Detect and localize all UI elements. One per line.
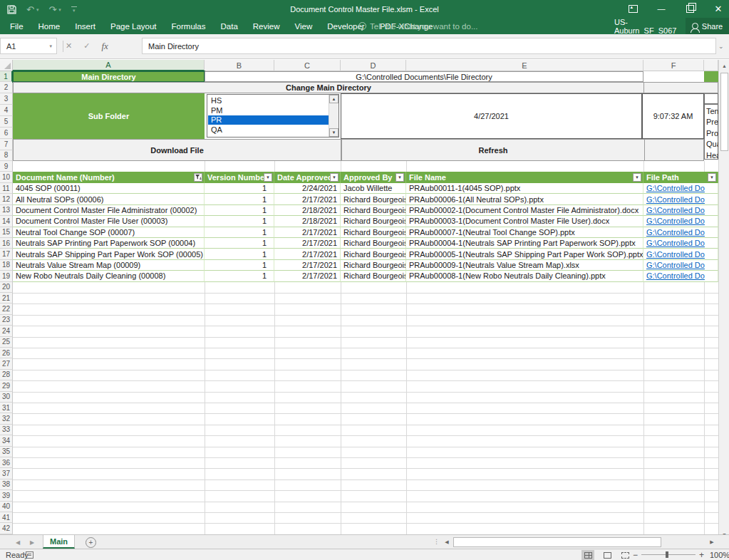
table-cell[interactable]: 1	[205, 205, 274, 216]
redo-icon[interactable]: ↷▾	[48, 5, 61, 14]
filter-dropdown-icon[interactable]: ▼	[264, 173, 272, 182]
ribbon-tab-home[interactable]: Home	[38, 22, 61, 31]
table-cell[interactable]: 2/17/2021	[274, 260, 341, 271]
refresh-button[interactable]: Refresh	[341, 139, 645, 161]
file-path-cell[interactable]: G:\Controlled Do	[643, 238, 718, 249]
file-path-cell[interactable]: G:\Controlled Do	[643, 205, 718, 216]
minimize-icon[interactable]: —	[656, 4, 666, 14]
table-cell[interactable]: Document Control Master File User (00003…	[13, 216, 205, 227]
sheet-tab-main[interactable]: Main	[43, 535, 75, 549]
save-icon[interactable]	[7, 5, 16, 14]
row-header-3[interactable]: 3	[0, 93, 13, 105]
table-header-date-approved[interactable]: Date Approved▼	[274, 172, 341, 183]
row-header-6[interactable]: 6	[0, 128, 13, 139]
change-main-directory-button[interactable]: Change Main Directory	[13, 82, 644, 93]
table-header-file-name[interactable]: File Name▼	[406, 172, 643, 183]
row-header-5[interactable]: 5	[0, 116, 13, 128]
file-path-cell[interactable]: G:\Controlled Do	[643, 227, 718, 238]
row-header-29[interactable]: 29	[0, 380, 13, 391]
zoom-slider-thumb[interactable]	[666, 551, 668, 558]
row-header-20[interactable]: 20	[0, 282, 13, 293]
table-cell[interactable]: 1	[205, 194, 274, 204]
table-cell[interactable]: Richard Bourgeois	[341, 216, 406, 227]
file-path-link[interactable]: G:\Controlled Do	[646, 239, 705, 247]
row-header-4[interactable]: 4	[0, 105, 13, 116]
row-header-19[interactable]: 19	[0, 271, 13, 281]
new-sheet-icon[interactable]: +	[86, 537, 96, 548]
file-path-cell[interactable]: G:\Controlled Do	[643, 271, 718, 281]
table-cell[interactable]: 2/18/2021	[274, 216, 341, 227]
cell-directory-path[interactable]: G:\Controlled Documents\File Directory	[205, 71, 643, 82]
side-list-item[interactable]: Pre	[706, 117, 719, 128]
zoom-out-icon[interactable]: −	[633, 549, 638, 560]
file-path-link[interactable]: G:\Controlled Do	[646, 195, 705, 204]
table-cell[interactable]: Richard Bourgeois	[341, 249, 406, 259]
listbox-item-pr[interactable]: PR	[208, 115, 329, 125]
file-path-link[interactable]: G:\Controlled Do	[646, 261, 705, 269]
row-header-28[interactable]: 28	[0, 370, 13, 380]
column-header-d[interactable]: D	[341, 60, 406, 71]
splitter-dots[interactable]: ⋮	[433, 538, 440, 545]
row-header-14[interactable]: 14	[0, 216, 13, 227]
name-box-dropdown-icon[interactable]: ▾	[49, 43, 52, 49]
table-cell[interactable]: 2/17/2021	[274, 227, 341, 238]
column-header-c[interactable]: C	[274, 60, 341, 71]
row-header-11[interactable]: 11	[0, 183, 13, 194]
table-cell[interactable]: PRAub00007-1(Neutral Tool Change SOP).pp…	[406, 227, 643, 238]
listbox-scrollbar[interactable]: ▲ ▼	[329, 95, 338, 137]
ribbon-tab-file[interactable]: File	[10, 22, 24, 31]
table-cell[interactable]: PRAub00008-1(New Robo Neutrals Daily Cle…	[406, 271, 643, 281]
table-cell[interactable]: Richard Bourgeois	[341, 227, 406, 238]
ribbon-display-options-icon[interactable]	[628, 4, 638, 14]
table-cell[interactable]: 1	[205, 216, 274, 227]
column-header-e[interactable]: E	[406, 60, 643, 71]
row-header-17[interactable]: 17	[0, 249, 13, 259]
filter-dropdown-icon[interactable]: ▼	[708, 173, 716, 182]
table-cell[interactable]: 2/17/2021	[274, 194, 341, 204]
sort-filter-icon[interactable]	[194, 173, 202, 182]
table-cell[interactable]: Neutral Tool Change SOP (00007)	[13, 227, 205, 238]
table-cell[interactable]: PRAub00006-1(All Neutral SOPs).pptx	[406, 194, 643, 204]
side-list-item[interactable]: Ten	[706, 105, 719, 117]
table-cell[interactable]: New Robo Neutrals Daily Cleaning (00008)	[13, 271, 205, 281]
cell-a1-main-directory[interactable]: Main Directory	[13, 71, 205, 82]
account-name[interactable]: US-Auburn_SF_S067	[614, 18, 686, 34]
row-header-41[interactable]: 41	[0, 512, 13, 523]
page-break-view-icon[interactable]	[619, 550, 631, 560]
ribbon-tab-page-layout[interactable]: Page Layout	[110, 22, 157, 31]
scroll-up-icon[interactable]: ▲	[329, 95, 338, 103]
row-header-12[interactable]: 12	[0, 194, 13, 204]
file-path-cell[interactable]: G:\Controlled Do	[643, 260, 718, 271]
undo-icon[interactable]: ↶▾	[26, 5, 38, 14]
sub-folder-listbox[interactable]: HSPMPRQA ▲ ▼	[207, 94, 339, 138]
table-header-document-name-number-[interactable]: Document Name (Number)	[13, 172, 205, 183]
column-header-b[interactable]: B	[205, 60, 274, 71]
download-file-button[interactable]: Download File	[13, 139, 341, 161]
table-cell[interactable]: Document Control Master File Administrat…	[13, 205, 205, 216]
table-cell[interactable]: PRAub00004-1(Neutrals SAP Printing Part …	[406, 238, 643, 249]
expand-formula-bar-icon[interactable]: ⌄	[718, 43, 724, 50]
listbox-item-qa[interactable]: QA	[208, 125, 329, 135]
row-header-24[interactable]: 24	[0, 326, 13, 336]
sub-folder-label-cell[interactable]: Sub Folder	[13, 93, 205, 139]
row-header-10[interactable]: 10	[0, 172, 13, 183]
ribbon-tab-view[interactable]: View	[295, 22, 313, 31]
column-header-a[interactable]: A	[13, 60, 205, 71]
row-header-35[interactable]: 35	[0, 447, 13, 457]
table-cell[interactable]: PRAub00009-1(Neutrals Value Stream Map).…	[406, 260, 643, 271]
file-path-cell[interactable]: G:\Controlled Do	[643, 216, 718, 227]
zoom-in-icon[interactable]: +	[699, 549, 704, 560]
table-cell[interactable]: 1	[205, 260, 274, 271]
table-cell[interactable]: Richard Bourgeois	[341, 260, 406, 271]
row-header-26[interactable]: 26	[0, 348, 13, 358]
row-header-42[interactable]: 42	[0, 523, 13, 534]
table-cell[interactable]: 1	[205, 238, 274, 249]
scroll-left-icon[interactable]: ◀	[442, 537, 452, 547]
horizontal-scrollbar[interactable]: ◀ ▶	[442, 537, 717, 547]
cell-g1-green[interactable]	[704, 71, 718, 82]
table-cell[interactable]: 2/18/2021	[274, 205, 341, 216]
row-header-7[interactable]: 7	[0, 139, 13, 150]
close-icon[interactable]: ✕	[713, 4, 723, 14]
table-cell[interactable]: 4045 SOP (00011)	[13, 183, 205, 194]
table-cell[interactable]: 1	[205, 271, 274, 281]
